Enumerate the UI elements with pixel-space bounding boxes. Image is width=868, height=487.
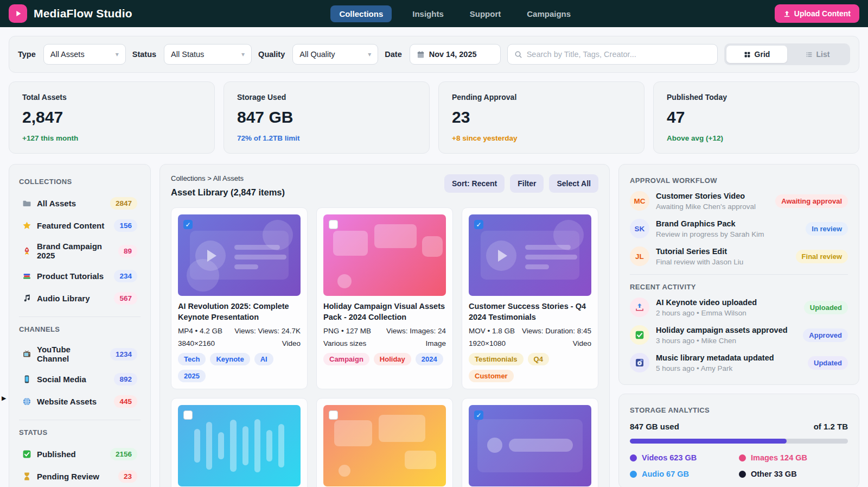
upload-tray-icon — [635, 302, 644, 312]
activity-item[interactable]: Holiday campaign assets approved 3 hours… — [630, 325, 848, 345]
tag[interactable]: Holiday — [374, 353, 411, 365]
status-select[interactable]: All Status ▾ — [164, 44, 252, 65]
stat-total-assets: Total Assets 2,847 +127 this month — [9, 81, 215, 154]
search-input[interactable] — [527, 50, 711, 59]
section-title-channels: CHANNELS — [19, 325, 141, 333]
asset-resolution: 3840×2160 — [178, 339, 215, 347]
tag[interactable]: Q4 — [528, 353, 549, 365]
asset-card[interactable]: Premium Background Music Library - Royal… — [171, 398, 308, 487]
asset-thumbnail — [178, 405, 301, 486]
decor-circle — [337, 274, 352, 288]
tag[interactable]: Customer — [469, 370, 514, 382]
disc-icon — [635, 358, 644, 368]
sidebar-item-pending-review[interactable]: Pending Review 23 — [19, 465, 141, 487]
asset-checkbox[interactable] — [183, 410, 193, 420]
asset-views: Views: Images: 24 — [386, 327, 446, 335]
legend-label: Other 33 GB — [751, 470, 797, 478]
nav-insights[interactable]: Insights — [407, 5, 449, 22]
asset-thumbnail — [323, 405, 446, 486]
tag[interactable]: Tech — [178, 353, 206, 365]
list-view-button[interactable]: List — [787, 46, 848, 63]
app-logo[interactable] — [9, 4, 27, 23]
asset-card[interactable]: Holiday Campaign Visual Assets Pack - 20… — [316, 207, 453, 389]
sort-button[interactable]: Sort: Recent — [444, 174, 505, 193]
phone-icon — [22, 375, 31, 384]
asset-type: Video — [573, 339, 591, 347]
status-badge: Approved — [803, 328, 848, 342]
quality-select[interactable]: All Quality ▾ — [292, 44, 378, 65]
legend-label: Images 124 GB — [751, 453, 807, 462]
breadcrumb[interactable]: Collections > All Assets — [171, 174, 285, 182]
tag[interactable]: 2025 — [178, 370, 206, 382]
stat-storage-used: Storage Used 847 GB 72% of 1.2TB limit — [224, 81, 430, 154]
date-picker[interactable]: Nov 14, 2025 — [410, 44, 501, 65]
rocket-icon — [22, 246, 31, 256]
asset-grid: AI Revolution 2025: Complete Keynote Pre… — [171, 207, 598, 487]
tag[interactable]: 2024 — [416, 353, 443, 365]
section-title-status: STATUS — [19, 428, 141, 437]
type-select[interactable]: All Assets ▾ — [43, 44, 126, 65]
sidebar-item-published[interactable]: Published 2156 — [19, 443, 141, 465]
count-badge: 2156 — [110, 448, 137, 460]
asset-checkbox[interactable] — [329, 410, 338, 420]
asset-type: Video — [282, 339, 301, 347]
select-all-button[interactable]: Select All — [549, 174, 598, 193]
search-icon — [514, 50, 522, 59]
asset-card[interactable]: Brand Identity Design Templates - Comple… — [316, 398, 453, 487]
filter-button[interactable]: Filter — [510, 174, 544, 193]
grid-icon — [744, 51, 751, 58]
asset-checkbox[interactable] — [474, 410, 483, 420]
legend-images: Images 124 GB — [739, 453, 848, 462]
count-badge: 567 — [114, 292, 137, 305]
quality-value: All Quality — [299, 50, 335, 59]
asset-card[interactable]: Customer Success Stories - Q4 2024 Testi… — [462, 207, 598, 389]
tag[interactable]: AI — [254, 353, 273, 365]
approval-subtitle: Final review with Jason Liu — [656, 258, 789, 266]
legend-audio: Audio 67 GB — [630, 470, 739, 478]
legend-dot — [739, 471, 746, 478]
sidebar-item-website-assets[interactable]: Website Assets 445 — [19, 390, 141, 413]
asset-card[interactable]: AI Revolution 2025: Complete Keynote Pre… — [171, 207, 308, 389]
approval-item[interactable]: JL Tutorial Series Edit Final review wit… — [630, 246, 848, 266]
asset-checkbox[interactable] — [183, 220, 193, 229]
activity-title: Holiday campaign assets approved — [656, 326, 796, 334]
search-box[interactable] — [507, 44, 718, 65]
nav-campaigns[interactable]: Campaigns — [521, 5, 576, 22]
activity-item[interactable]: AI Keynote video uploaded 2 hours ago • … — [630, 298, 848, 317]
tag[interactable]: Keynote — [210, 353, 250, 365]
storage-legend: Videos 623 GB Images 124 GB Audio 67 GB … — [630, 453, 848, 478]
sidebar-item-featured-content[interactable]: Featured Content 156 — [19, 214, 141, 237]
sidebar-item-all-assets[interactable]: All Assets 2847 — [19, 192, 141, 214]
grid-view-button[interactable]: Grid — [726, 46, 787, 63]
asset-checkbox[interactable] — [329, 220, 338, 229]
asset-title: Holiday Campaign Visual Assets Pack - 20… — [323, 301, 446, 322]
nav-support[interactable]: Support — [464, 5, 507, 22]
sidebar-item-social-media[interactable]: Social Media 892 — [19, 368, 141, 390]
approval-item[interactable]: SK Brand Graphics Pack Review in progres… — [630, 219, 848, 238]
asset-card[interactable]: Weekly Tech Talk: Live Stream Recording … — [462, 398, 598, 487]
asset-thumbnail — [469, 405, 591, 486]
activity-title: AI Keynote video uploaded — [656, 298, 797, 307]
upload-content-button[interactable]: Upload Content — [775, 4, 859, 23]
tag[interactable]: Testimonials — [469, 353, 524, 365]
sidebar-item-audio-library[interactable]: Audio Library 567 — [19, 287, 141, 309]
activity-subtitle: 3 hours ago • Mike Chen — [656, 337, 796, 345]
decor-line — [525, 255, 577, 260]
asset-thumbnail — [323, 214, 446, 296]
count-badge: 23 — [118, 470, 137, 483]
status-label: Status — [132, 50, 156, 59]
asset-format-size: MP4 • 4.2 GB — [178, 327, 222, 335]
sidebar-item-product-tutorials[interactable]: Product Tutorials 234 — [19, 265, 141, 287]
chevron-down-icon: ▾ — [241, 50, 245, 58]
globe-icon — [22, 397, 31, 406]
sidebar-item-brand-campaign[interactable]: Brand Campaign 2025 89 — [19, 237, 141, 265]
nav-collections[interactable]: Collections — [330, 5, 392, 22]
asset-checkbox[interactable] — [474, 220, 483, 229]
sidebar-item-youtube-channel[interactable]: YouTube Channel 1234 — [19, 340, 141, 368]
approval-item[interactable]: MC Customer Stories Video Awaiting Mike … — [630, 191, 848, 211]
sidebar-item-label: Brand Campaign 2025 — [37, 242, 113, 260]
tag[interactable]: Campaign — [323, 353, 369, 365]
activity-item[interactable]: Music library metadata updated 5 hours a… — [630, 353, 848, 372]
type-value: All Assets — [50, 50, 85, 59]
stat-label: Storage Used — [237, 93, 416, 102]
